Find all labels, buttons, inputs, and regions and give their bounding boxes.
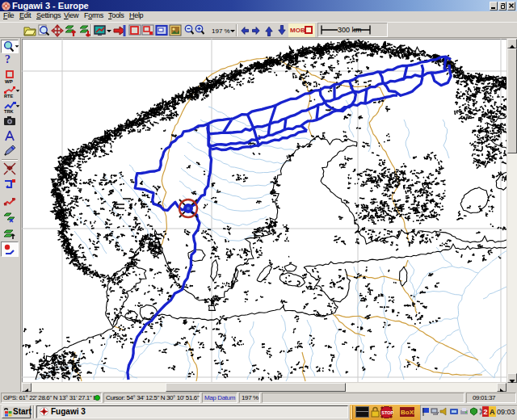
svg-text:STOP: STOP [381,410,393,415]
svg-text:A: A [490,408,495,416]
svg-text:2: 2 [484,408,488,416]
svg-text:300 km: 300 km [338,26,362,34]
svg-text:WP: WP [5,79,13,84]
svg-text:TRK: TRK [4,109,14,114]
svg-text:BoXE: BoXE [401,409,414,416]
svg-text:RTE: RTE [4,94,13,99]
